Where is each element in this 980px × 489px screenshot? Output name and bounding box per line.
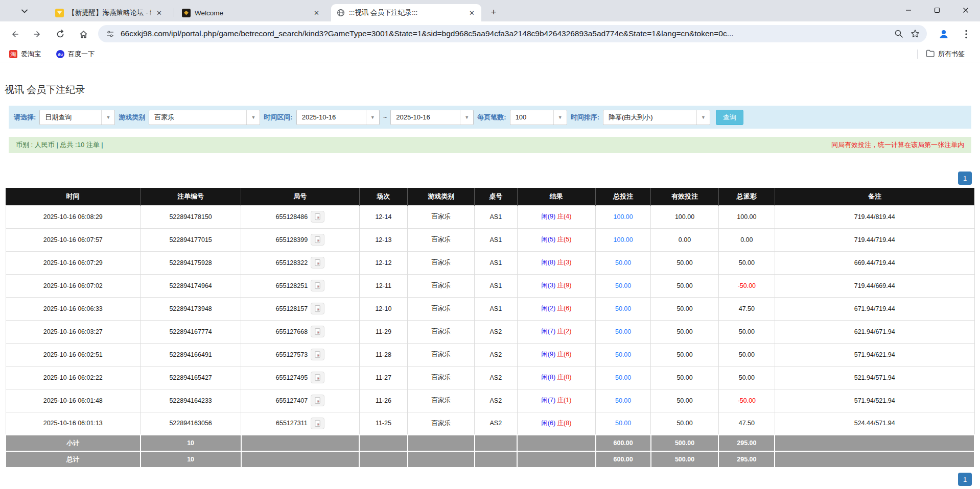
cell-remark: 524.44/571.94	[775, 412, 974, 435]
cell-game-type: 百家乐	[408, 389, 475, 412]
round-result-icon[interactable]	[311, 349, 324, 360]
tab-forum[interactable]: 【新提醒】海燕策略论坛 - 综合 ✕	[50, 4, 169, 21]
round-result-icon[interactable]	[311, 280, 324, 291]
bookmark-label: 百度一下	[68, 50, 95, 59]
table-row: 2025-10-16 06:07:29522894175928655128322…	[6, 251, 974, 274]
new-tab-button[interactable]: +	[486, 5, 501, 19]
column-header: 总投注	[596, 188, 651, 205]
cell-bet-number: 522894177015	[141, 228, 241, 251]
tab-close-icon[interactable]: ✕	[468, 9, 476, 17]
bookmark-star-icon[interactable]	[909, 28, 921, 39]
round-result-icon[interactable]	[311, 418, 324, 429]
round-result-icon[interactable]	[311, 395, 324, 406]
zoom-icon[interactable]	[893, 28, 904, 39]
round-result-icon[interactable]	[311, 211, 324, 223]
tab-close-icon[interactable]: ✕	[155, 9, 164, 17]
tab-strip: 【新提醒】海燕策略论坛 - 综合 ✕ Welcome ✕ :::视讯 会员下注纪…	[0, 0, 980, 21]
tab-search-chevron-icon[interactable]	[17, 5, 32, 18]
cell-valid-bet: 50.00	[651, 320, 719, 343]
all-bookmarks-button[interactable]: 所有书签	[924, 48, 967, 60]
cell-bet-number: 522894173948	[141, 297, 241, 320]
cell-game-type: 百家乐	[408, 366, 475, 389]
tab-welcome[interactable]: Welcome ✕	[177, 4, 326, 21]
tab-bet-records[interactable]: :::视讯 会员下注纪录::: ✕	[331, 4, 481, 21]
cell-time: 2025-10-16 06:07:02	[6, 274, 141, 297]
round-result-icon[interactable]	[311, 372, 324, 383]
cell-payout: 50.00	[718, 343, 775, 366]
bookmark-baidu[interactable]: du 百度一下	[54, 48, 97, 60]
address-bar[interactable]: 66cxkj98.com/ipl/portal.php/game/betreco…	[98, 25, 927, 42]
column-header: 有效投注	[651, 188, 719, 205]
forward-icon[interactable]	[30, 27, 45, 42]
summary-row: 小计10600.00500.00295.00	[6, 435, 974, 451]
url-text[interactable]: 66cxkj98.com/ipl/portal.php/game/betreco…	[121, 29, 888, 38]
sort-select[interactable]: 降幂(由大到小) ▼	[603, 110, 710, 125]
cell-remark: 719.44/669.44	[775, 274, 974, 297]
table-row: 2025-10-16 06:02:51522894166491655127573…	[6, 343, 974, 366]
cell-total-bet: 50.00	[596, 251, 651, 274]
cell-payout: 50.00	[718, 320, 775, 343]
tab-close-icon[interactable]: ✕	[312, 9, 321, 17]
total-bet-link[interactable]: 50.00	[615, 305, 631, 312]
reload-icon[interactable]	[53, 27, 68, 42]
date-to-select[interactable]: 2025-10-16 ▼	[390, 110, 474, 125]
cell-session: 12-13	[359, 228, 408, 251]
per-page-select[interactable]: 100 ▼	[510, 110, 567, 125]
sort-label: 时间排序:	[571, 113, 599, 122]
globe-favicon-icon	[336, 9, 345, 17]
cell-game-type: 百家乐	[408, 412, 475, 435]
cell-time: 2025-10-16 06:03:27	[6, 320, 141, 343]
search-button[interactable]: 查询	[716, 110, 743, 125]
cell-round-number: 655127573	[241, 343, 359, 366]
cell-time: 2025-10-16 06:02:51	[6, 343, 141, 366]
cell-time: 2025-10-16 06:08:29	[6, 205, 141, 228]
pagination-page-1-bottom[interactable]: 1	[958, 473, 972, 486]
total-bet-link[interactable]: 100.00	[614, 236, 633, 243]
cell-table-number: AS1	[475, 251, 517, 274]
summary-count: 10	[141, 451, 241, 468]
game-type-select[interactable]: 百家乐 ▼	[149, 110, 260, 125]
cell-game-type: 百家乐	[408, 297, 475, 320]
back-icon[interactable]	[7, 27, 22, 42]
cell-round-number: 655128251	[241, 274, 359, 297]
profile-avatar-icon[interactable]	[936, 27, 951, 42]
cell-total-bet: 50.00	[596, 320, 651, 343]
total-bet-link[interactable]: 50.00	[615, 420, 631, 427]
pagination-page-1-top[interactable]: 1	[958, 172, 972, 185]
cell-result: 闲(7) 庄(1)	[517, 389, 596, 412]
round-result-icon[interactable]	[311, 234, 324, 246]
close-window-button[interactable]	[951, 0, 980, 20]
cell-session: 11-25	[359, 412, 408, 435]
home-icon[interactable]	[76, 27, 91, 42]
cell-result: 闲(7) 庄(2)	[517, 320, 596, 343]
cell-bet-number: 522894178150	[141, 205, 241, 228]
total-bet-link[interactable]: 50.00	[615, 259, 631, 266]
round-result-icon[interactable]	[311, 257, 324, 268]
maximize-button[interactable]	[923, 0, 951, 20]
total-bet-link[interactable]: 50.00	[615, 397, 631, 404]
site-settings-icon[interactable]	[104, 28, 115, 39]
column-header: 场次	[359, 188, 408, 205]
select-label: 请选择:	[14, 113, 36, 122]
query-mode-select[interactable]: 日期查询 ▼	[39, 110, 115, 125]
round-result-icon[interactable]	[311, 303, 324, 314]
total-bet-link[interactable]: 50.00	[615, 328, 631, 335]
cell-round-number: 655127668	[241, 320, 359, 343]
window-controls	[894, 0, 980, 20]
menu-dots-icon[interactable]	[959, 27, 974, 42]
cell-game-type: 百家乐	[408, 320, 475, 343]
bookmarks-bar: 淘 爱淘宝 du 百度一下 所有书签	[0, 46, 980, 62]
total-bet-link[interactable]: 50.00	[615, 351, 631, 358]
bookmark-aitaobao[interactable]: 淘 爱淘宝	[7, 48, 43, 60]
column-header: 游戏类别	[408, 188, 475, 205]
minimize-button[interactable]	[894, 0, 923, 20]
round-result-icon[interactable]	[311, 326, 324, 337]
total-bet-link[interactable]: 50.00	[615, 374, 631, 381]
total-bet-link[interactable]: 50.00	[615, 282, 631, 289]
cell-bet-number: 522894163056	[141, 412, 241, 435]
cell-valid-bet: 50.00	[651, 274, 719, 297]
total-bet-link[interactable]: 100.00	[614, 213, 633, 221]
cell-bet-number: 522894174964	[141, 274, 241, 297]
cell-result: 闲(6) 庄(8)	[517, 412, 596, 435]
date-from-select[interactable]: 2025-10-16 ▼	[296, 110, 380, 125]
